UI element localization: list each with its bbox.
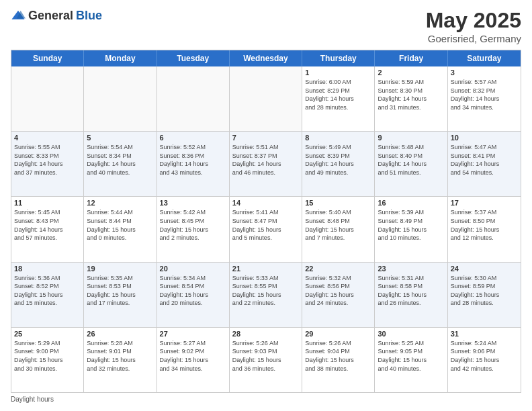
calendar-cell: 16Sunrise: 5:39 AM Sunset: 8:49 PM Dayli… xyxy=(375,197,447,261)
weekday-header: Saturday xyxy=(448,50,521,66)
header: GeneralBlue May 2025 Goerisried, Germany xyxy=(11,8,521,44)
day-number: 5 xyxy=(87,134,153,142)
day-info: Sunrise: 5:24 AM Sunset: 9:06 PM Dayligh… xyxy=(451,339,518,373)
logo-icon xyxy=(11,8,26,23)
day-info: Sunrise: 5:59 AM Sunset: 8:30 PM Dayligh… xyxy=(378,78,444,111)
calendar-cell: 25Sunrise: 5:29 AM Sunset: 9:00 PM Dayli… xyxy=(11,328,84,392)
calendar-cell: 1Sunrise: 6:00 AM Sunset: 8:29 PM Daylig… xyxy=(302,66,375,131)
calendar-week: 25Sunrise: 5:29 AM Sunset: 9:00 PM Dayli… xyxy=(11,328,521,392)
calendar-cell: 8Sunrise: 5:49 AM Sunset: 8:39 PM Daylig… xyxy=(302,132,375,196)
day-number: 21 xyxy=(232,265,299,273)
calendar-cell: 22Sunrise: 5:32 AM Sunset: 8:56 PM Dayli… xyxy=(302,263,375,327)
calendar-cell: 28Sunrise: 5:26 AM Sunset: 9:03 PM Dayli… xyxy=(230,328,302,392)
calendar-week: 1Sunrise: 6:00 AM Sunset: 8:29 PM Daylig… xyxy=(11,66,521,132)
day-number: 31 xyxy=(451,330,518,338)
day-info: Sunrise: 5:45 AM Sunset: 8:43 PM Dayligh… xyxy=(14,208,81,242)
calendar-cell: 2Sunrise: 5:59 AM Sunset: 8:30 PM Daylig… xyxy=(375,66,447,131)
day-info: Sunrise: 5:55 AM Sunset: 8:33 PM Dayligh… xyxy=(14,143,81,177)
day-info: Sunrise: 5:28 AM Sunset: 9:01 PM Dayligh… xyxy=(87,339,153,373)
calendar-cell: 12Sunrise: 5:44 AM Sunset: 8:44 PM Dayli… xyxy=(84,197,157,261)
day-info: Sunrise: 5:48 AM Sunset: 8:40 PM Dayligh… xyxy=(378,143,444,177)
day-info: Sunrise: 5:31 AM Sunset: 8:58 PM Dayligh… xyxy=(378,274,444,308)
day-number: 13 xyxy=(160,199,226,207)
logo-general: General xyxy=(28,9,73,23)
subtitle: Goerisried, Germany xyxy=(426,33,521,44)
day-info: Sunrise: 5:57 AM Sunset: 8:32 PM Dayligh… xyxy=(451,78,518,111)
calendar-cell: 26Sunrise: 5:28 AM Sunset: 9:01 PM Dayli… xyxy=(84,328,157,392)
calendar-cell: 14Sunrise: 5:41 AM Sunset: 8:47 PM Dayli… xyxy=(230,197,302,261)
logo-blue: Blue xyxy=(76,9,102,23)
day-number: 30 xyxy=(378,330,444,338)
weekday-header: Tuesday xyxy=(157,50,230,66)
day-info: Sunrise: 5:26 AM Sunset: 9:03 PM Dayligh… xyxy=(232,339,299,373)
day-info: Sunrise: 5:42 AM Sunset: 8:45 PM Dayligh… xyxy=(160,208,226,242)
calendar-cell: 15Sunrise: 5:40 AM Sunset: 8:48 PM Dayli… xyxy=(302,197,375,261)
calendar-cell: 7Sunrise: 5:51 AM Sunset: 8:37 PM Daylig… xyxy=(230,132,302,196)
calendar-week: 11Sunrise: 5:45 AM Sunset: 8:43 PM Dayli… xyxy=(11,197,521,262)
weekday-header: Wednesday xyxy=(230,50,302,66)
day-info: Sunrise: 5:39 AM Sunset: 8:49 PM Dayligh… xyxy=(378,208,444,242)
day-info: Sunrise: 6:00 AM Sunset: 8:29 PM Dayligh… xyxy=(305,78,371,111)
day-number: 2 xyxy=(378,68,444,77)
day-info: Sunrise: 5:32 AM Sunset: 8:56 PM Dayligh… xyxy=(305,274,371,308)
calendar-cell: 21Sunrise: 5:33 AM Sunset: 8:55 PM Dayli… xyxy=(230,263,302,327)
day-info: Sunrise: 5:30 AM Sunset: 8:59 PM Dayligh… xyxy=(451,274,518,308)
day-number: 17 xyxy=(451,199,518,207)
calendar-cell: 23Sunrise: 5:31 AM Sunset: 8:58 PM Dayli… xyxy=(375,263,447,327)
main-title: May 2025 xyxy=(426,8,521,33)
day-number: 1 xyxy=(305,68,371,77)
day-info: Sunrise: 5:25 AM Sunset: 9:05 PM Dayligh… xyxy=(378,339,444,373)
day-info: Sunrise: 5:47 AM Sunset: 8:41 PM Dayligh… xyxy=(451,143,518,177)
day-info: Sunrise: 5:34 AM Sunset: 8:54 PM Dayligh… xyxy=(160,274,226,308)
day-info: Sunrise: 5:37 AM Sunset: 8:50 PM Dayligh… xyxy=(451,208,518,242)
day-number: 14 xyxy=(232,199,299,207)
day-number: 11 xyxy=(14,199,81,207)
day-info: Sunrise: 5:33 AM Sunset: 8:55 PM Dayligh… xyxy=(232,274,299,308)
day-number: 18 xyxy=(14,265,81,273)
day-number: 27 xyxy=(160,330,226,338)
day-info: Sunrise: 5:36 AM Sunset: 8:52 PM Dayligh… xyxy=(14,274,81,308)
day-info: Sunrise: 5:54 AM Sunset: 8:34 PM Dayligh… xyxy=(87,143,153,177)
calendar: SundayMondayTuesdayWednesdayThursdayFrid… xyxy=(11,50,521,393)
day-info: Sunrise: 5:40 AM Sunset: 8:48 PM Dayligh… xyxy=(305,208,371,242)
calendar-cell: 11Sunrise: 5:45 AM Sunset: 8:43 PM Dayli… xyxy=(11,197,84,261)
calendar-cell: 19Sunrise: 5:35 AM Sunset: 8:53 PM Dayli… xyxy=(84,263,157,327)
day-number: 23 xyxy=(378,265,444,273)
calendar-cell: 13Sunrise: 5:42 AM Sunset: 8:45 PM Dayli… xyxy=(157,197,230,261)
calendar-cell: 24Sunrise: 5:30 AM Sunset: 8:59 PM Dayli… xyxy=(448,263,521,327)
weekday-header: Monday xyxy=(84,50,157,66)
day-number: 22 xyxy=(305,265,371,273)
day-number: 19 xyxy=(87,265,153,273)
page: GeneralBlue May 2025 Goerisried, Germany… xyxy=(0,0,532,411)
day-number: 25 xyxy=(14,330,81,338)
day-number: 3 xyxy=(451,68,518,77)
footer: Daylight hours xyxy=(11,396,521,403)
calendar-body: 1Sunrise: 6:00 AM Sunset: 8:29 PM Daylig… xyxy=(11,66,521,392)
day-info: Sunrise: 5:44 AM Sunset: 8:44 PM Dayligh… xyxy=(87,208,153,242)
weekday-header: Friday xyxy=(375,50,447,66)
calendar-cell xyxy=(157,66,230,131)
calendar-cell: 3Sunrise: 5:57 AM Sunset: 8:32 PM Daylig… xyxy=(448,66,521,131)
day-info: Sunrise: 5:52 AM Sunset: 8:36 PM Dayligh… xyxy=(160,143,226,177)
day-number: 16 xyxy=(378,199,444,207)
calendar-cell: 30Sunrise: 5:25 AM Sunset: 9:05 PM Dayli… xyxy=(375,328,447,392)
day-number: 28 xyxy=(232,330,299,338)
day-number: 12 xyxy=(87,199,153,207)
calendar-cell: 29Sunrise: 5:26 AM Sunset: 9:04 PM Dayli… xyxy=(302,328,375,392)
calendar-cell: 18Sunrise: 5:36 AM Sunset: 8:52 PM Dayli… xyxy=(11,263,84,327)
day-number: 8 xyxy=(305,134,371,142)
weekday-header: Thursday xyxy=(302,50,375,66)
day-info: Sunrise: 5:29 AM Sunset: 9:00 PM Dayligh… xyxy=(14,339,81,373)
calendar-cell: 31Sunrise: 5:24 AM Sunset: 9:06 PM Dayli… xyxy=(448,328,521,392)
day-number: 26 xyxy=(87,330,153,338)
day-number: 24 xyxy=(451,265,518,273)
calendar-cell xyxy=(84,66,157,131)
footer-text: Daylight hours xyxy=(11,396,54,403)
calendar-cell: 4Sunrise: 5:55 AM Sunset: 8:33 PM Daylig… xyxy=(11,132,84,196)
calendar-cell: 6Sunrise: 5:52 AM Sunset: 8:36 PM Daylig… xyxy=(157,132,230,196)
calendar-cell: 10Sunrise: 5:47 AM Sunset: 8:41 PM Dayli… xyxy=(448,132,521,196)
day-info: Sunrise: 5:41 AM Sunset: 8:47 PM Dayligh… xyxy=(232,208,299,242)
day-number: 15 xyxy=(305,199,371,207)
calendar-cell: 5Sunrise: 5:54 AM Sunset: 8:34 PM Daylig… xyxy=(84,132,157,196)
day-info: Sunrise: 5:26 AM Sunset: 9:04 PM Dayligh… xyxy=(305,339,371,373)
